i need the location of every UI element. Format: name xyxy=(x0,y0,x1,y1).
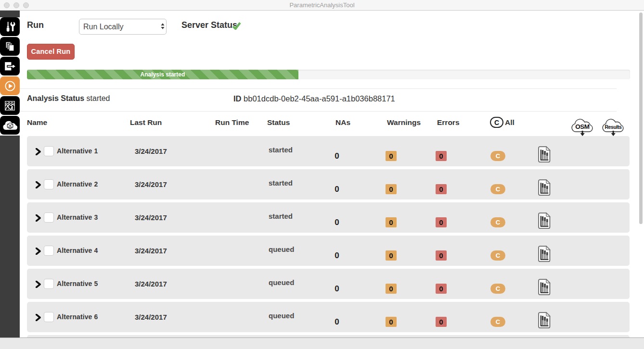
svg-text:o: o xyxy=(8,125,10,128)
svg-text:Results: Results xyxy=(605,124,622,130)
svg-text:OSM: OSM xyxy=(575,123,590,130)
